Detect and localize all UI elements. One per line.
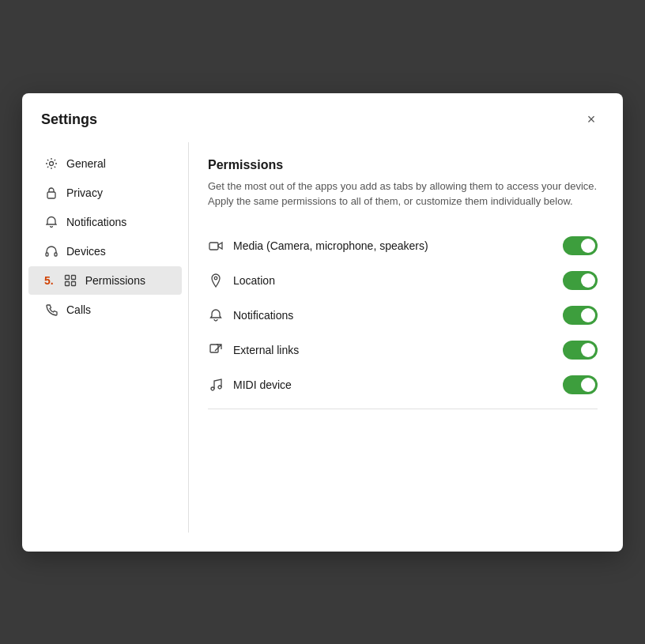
grid-icon — [63, 273, 77, 288]
toggle-location[interactable] — [563, 271, 598, 290]
location-icon — [208, 273, 224, 288]
sidebar-item-notifications[interactable]: Notifications — [28, 208, 182, 236]
toggle-external-links[interactable] — [563, 341, 598, 360]
svg-rect-1 — [47, 192, 55, 198]
page-description: Get the most out of the apps you add as … — [208, 179, 598, 209]
sidebar-label-calls: Calls — [66, 303, 91, 316]
bell-icon — [44, 215, 58, 229]
settings-dialog: Settings × General — [22, 93, 623, 552]
music-icon — [208, 377, 224, 393]
svg-point-12 — [218, 386, 221, 389]
svg-point-9 — [214, 277, 217, 280]
toggle-media[interactable] — [563, 236, 598, 255]
page-title: Permissions — [208, 158, 598, 172]
permission-label-external-links: External links — [233, 344, 299, 356]
dialog-header: Settings × — [22, 93, 623, 142]
sidebar-label-general: General — [66, 157, 106, 170]
svg-point-11 — [211, 387, 214, 390]
permission-item-media: Media (Camera, microphone, speakers) — [208, 228, 598, 263]
toggle-notifications[interactable] — [563, 306, 598, 325]
svg-rect-5 — [71, 275, 75, 279]
svg-rect-3 — [55, 253, 57, 256]
lock-icon — [44, 186, 58, 200]
dialog-body: General Privacy — [22, 142, 623, 552]
settings-sidebar: General Privacy — [22, 142, 188, 533]
toggle-midi[interactable] — [563, 375, 598, 394]
permission-item-midi: MIDI device — [208, 367, 598, 402]
sidebar-label-notifications: Notifications — [66, 216, 126, 228]
svg-rect-4 — [65, 275, 69, 279]
svg-rect-7 — [71, 281, 75, 285]
gear-icon — [44, 156, 58, 171]
svg-rect-8 — [209, 243, 218, 250]
step-badge: 5. — [44, 274, 54, 287]
sidebar-label-devices: Devices — [66, 245, 106, 258]
camera-icon — [208, 238, 224, 254]
headset-icon — [44, 244, 58, 258]
external-link-icon — [208, 342, 224, 358]
sidebar-item-devices[interactable]: Devices — [28, 237, 182, 266]
main-content: Permissions Get the most out of the apps… — [188, 142, 623, 533]
permission-item-external-links: External links — [208, 333, 598, 367]
svg-point-0 — [50, 161, 54, 165]
dialog-title: Settings — [41, 111, 97, 128]
sidebar-label-privacy: Privacy — [66, 186, 103, 199]
permission-item-notifications: Notifications — [208, 298, 598, 333]
sidebar-item-general[interactable]: General — [28, 149, 182, 178]
bell-perm-icon — [208, 307, 224, 323]
sidebar-item-permissions[interactable]: 5. Permissions — [28, 266, 182, 295]
sidebar-label-permissions: Permissions — [85, 274, 145, 287]
permission-item-location: Location — [208, 263, 598, 298]
sidebar-item-calls[interactable]: Calls — [28, 296, 182, 324]
permission-label-notifications: Notifications — [233, 309, 293, 322]
permission-label-location: Location — [233, 274, 275, 287]
sidebar-item-privacy[interactable]: Privacy — [28, 179, 182, 207]
permissions-list: Media (Camera, microphone, speakers) — [208, 228, 598, 409]
permission-label-midi: MIDI device — [233, 378, 292, 391]
permission-label-media: Media (Camera, microphone, speakers) — [233, 239, 428, 252]
phone-icon — [44, 303, 58, 317]
svg-rect-6 — [65, 281, 69, 285]
svg-rect-2 — [46, 253, 48, 256]
close-button[interactable]: × — [579, 107, 604, 133]
